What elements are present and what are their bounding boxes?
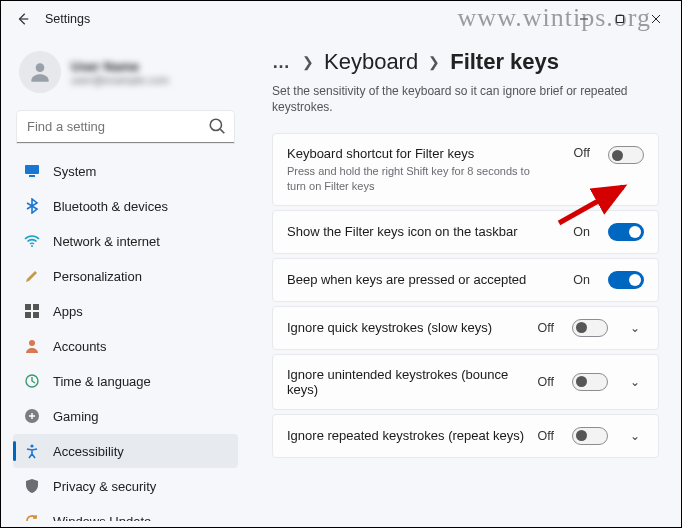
- shield-icon: [23, 477, 41, 495]
- svg-point-1: [36, 63, 45, 72]
- avatar: [19, 51, 61, 93]
- breadcrumb-filter-keys: Filter keys: [450, 49, 559, 75]
- setting-keyboard-shortcut[interactable]: Keyboard shortcut for Filter keys Press …: [272, 133, 659, 206]
- toggle-state-label: On: [573, 273, 590, 287]
- setting-title: Ignore repeated keystrokes (repeat keys): [287, 428, 526, 443]
- sidebar-item-label: Gaming: [53, 409, 99, 424]
- minimize-icon: [579, 14, 589, 24]
- clock-globe-icon: [23, 372, 41, 390]
- sidebar-item-label: System: [53, 164, 96, 179]
- profile-text: User Name user@example.com: [71, 59, 169, 86]
- sidebar-item-label: Accessibility: [53, 444, 124, 459]
- search-wrapper: [17, 111, 234, 143]
- toggle-switch[interactable]: [572, 373, 608, 391]
- sidebar-item-label: Time & language: [53, 374, 151, 389]
- sidebar-item-label: Windows Update: [53, 514, 151, 522]
- chevron-down-icon[interactable]: ⌄: [626, 429, 644, 443]
- setting-subtitle: Press and hold the right Shift key for 8…: [287, 164, 547, 193]
- setting-bounce-keys[interactable]: Ignore unintended keystrokes (bounce key…: [272, 354, 659, 410]
- sidebar-item-bluetooth[interactable]: Bluetooth & devices: [13, 189, 238, 223]
- sidebar-item-personalization[interactable]: Personalization: [13, 259, 238, 293]
- sidebar-item-accessibility[interactable]: Accessibility: [13, 434, 238, 468]
- sidebar-item-accounts[interactable]: Accounts: [13, 329, 238, 363]
- svg-rect-4: [29, 175, 35, 177]
- sidebar-item-label: Accounts: [53, 339, 106, 354]
- svg-rect-9: [33, 312, 39, 318]
- toggle-switch[interactable]: [572, 427, 608, 445]
- minimize-button[interactable]: [567, 7, 601, 31]
- arrow-left-icon: [16, 12, 30, 26]
- profile-name: User Name: [71, 59, 169, 74]
- svg-rect-0: [617, 16, 624, 23]
- sidebar-item-label: Bluetooth & devices: [53, 199, 168, 214]
- setting-repeat-keys[interactable]: Ignore repeated keystrokes (repeat keys)…: [272, 414, 659, 458]
- sidebar-item-label: Apps: [53, 304, 83, 319]
- update-icon: [23, 512, 41, 521]
- chevron-down-icon[interactable]: ⌄: [626, 375, 644, 389]
- window-controls: [567, 7, 673, 31]
- accessibility-icon: [23, 442, 41, 460]
- setting-show-icon-taskbar[interactable]: Show the Filter keys icon on the taskbar…: [272, 210, 659, 254]
- setting-title: Keyboard shortcut for Filter keys: [287, 146, 562, 161]
- window-title: Settings: [45, 12, 90, 26]
- setting-title: Ignore unintended keystrokes (bounce key…: [287, 367, 526, 397]
- sidebar-item-privacy[interactable]: Privacy & security: [13, 469, 238, 503]
- setting-title: Beep when keys are pressed or accepted: [287, 272, 561, 287]
- chevron-right-icon: ❯: [302, 54, 314, 70]
- person-icon: [27, 59, 53, 85]
- toggle-state-label: Off: [538, 321, 554, 335]
- toggle-state-label: Off: [574, 146, 590, 160]
- toggle-switch[interactable]: [608, 146, 644, 164]
- svg-rect-8: [25, 312, 31, 318]
- gaming-icon: [23, 407, 41, 425]
- chevron-right-icon: ❯: [428, 54, 440, 70]
- setting-beep-keys[interactable]: Beep when keys are pressed or accepted O…: [272, 258, 659, 302]
- sidebar-item-network[interactable]: Network & internet: [13, 224, 238, 258]
- svg-point-10: [29, 340, 35, 346]
- sidebar-item-label: Network & internet: [53, 234, 160, 249]
- back-button[interactable]: [9, 5, 37, 33]
- page-description: Set the sensitivity of the keyboard so i…: [272, 83, 652, 115]
- sidebar: User Name user@example.com System Blueto…: [1, 37, 246, 527]
- sidebar-item-time-language[interactable]: Time & language: [13, 364, 238, 398]
- profile-email: user@example.com: [71, 74, 169, 86]
- setting-slow-keys[interactable]: Ignore quick keystrokes (slow keys) Off …: [272, 306, 659, 350]
- bluetooth-icon: [23, 197, 41, 215]
- sidebar-item-system[interactable]: System: [13, 154, 238, 188]
- breadcrumb-keyboard[interactable]: Keyboard: [324, 49, 418, 75]
- toggle-switch[interactable]: [608, 271, 644, 289]
- sidebar-item-windows-update[interactable]: Windows Update: [13, 504, 238, 521]
- chevron-down-icon[interactable]: ⌄: [626, 321, 644, 335]
- sidebar-item-gaming[interactable]: Gaming: [13, 399, 238, 433]
- maximize-icon: [615, 14, 625, 24]
- wifi-icon: [23, 232, 41, 250]
- svg-point-13: [30, 444, 33, 447]
- sidebar-item-label: Personalization: [53, 269, 142, 284]
- close-button[interactable]: [639, 7, 673, 31]
- setting-title: Show the Filter keys icon on the taskbar: [287, 224, 561, 239]
- apps-icon: [23, 302, 41, 320]
- toggle-state-label: On: [573, 225, 590, 239]
- titlebar: Settings: [1, 1, 681, 37]
- sidebar-item-label: Privacy & security: [53, 479, 156, 494]
- profile-block[interactable]: User Name user@example.com: [11, 43, 240, 107]
- toggle-state-label: Off: [538, 429, 554, 443]
- nav-list: System Bluetooth & devices Network & int…: [11, 153, 240, 521]
- system-icon: [23, 162, 41, 180]
- sidebar-item-apps[interactable]: Apps: [13, 294, 238, 328]
- svg-rect-6: [25, 304, 31, 310]
- settings-list: Keyboard shortcut for Filter keys Press …: [272, 133, 659, 458]
- maximize-button[interactable]: [603, 7, 637, 31]
- brush-icon: [23, 267, 41, 285]
- setting-title: Ignore quick keystrokes (slow keys): [287, 320, 526, 335]
- search-input[interactable]: [17, 111, 234, 143]
- toggle-switch[interactable]: [572, 319, 608, 337]
- breadcrumb: … ❯ Keyboard ❯ Filter keys: [272, 49, 659, 75]
- toggle-switch[interactable]: [608, 223, 644, 241]
- search-icon[interactable]: [208, 117, 226, 135]
- svg-point-2: [210, 119, 221, 130]
- toggle-state-label: Off: [538, 375, 554, 389]
- close-icon: [651, 14, 661, 24]
- breadcrumb-ellipsis[interactable]: …: [272, 52, 292, 73]
- main-content: … ❯ Keyboard ❯ Filter keys Set the sensi…: [246, 37, 681, 527]
